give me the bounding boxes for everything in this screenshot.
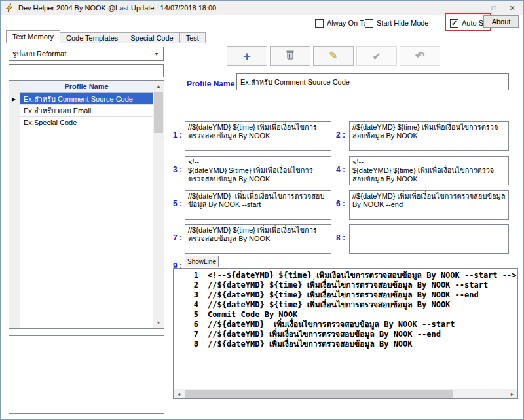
- check-icon: ✓: [451, 20, 457, 27]
- scrollbar-thumb[interactable]: [154, 92, 163, 133]
- field-label-4: 4 :: [332, 165, 345, 174]
- add-button[interactable]: +: [227, 46, 267, 66]
- code-line: 1<!--${dateYMD} ${time} เพิ่มเงื่อนไขการ…: [174, 271, 517, 280]
- code-line: 8//${dateYMD} เพิ่มเงื่อนไขการตรวจสอบข้อ…: [174, 339, 517, 349]
- memory-field-1[interactable]: //${dateYMD} ${time} เพิ่มเพื่อเงื่อนไขก…: [185, 121, 331, 151]
- scroll-down-icon[interactable]: ▼: [153, 317, 164, 328]
- code-lines: 1<!--${dateYMD} ${time} เพิ่มเงื่อนไขการ…: [174, 271, 517, 388]
- about-button[interactable]: About: [483, 15, 519, 28]
- checkbox-label: Start Hide Mode: [377, 19, 428, 27]
- memory-field-6[interactable]: //${dateYMD} เพิ่มเพื่อเงื่อนไขการตรวจสอ…: [349, 190, 509, 220]
- trash-icon: [286, 50, 295, 62]
- memory-field-4[interactable]: <!-- ${dateYMD} ${time} เพิ่มเพื่อเงื่อน…: [349, 156, 509, 185]
- window-title: Dev Helper 2004 By NOOK @Last Update : 1…: [18, 4, 216, 12]
- code-preview[interactable]: 1<!--${dateYMD} ${time} เพิ่มเงื่อนไขการ…: [173, 268, 518, 399]
- app-window: Dev Helper 2004 By NOOK @Last Update : 1…: [0, 0, 524, 420]
- delete-button[interactable]: [270, 46, 310, 66]
- memory-field-8[interactable]: [349, 224, 509, 254]
- row-selector-column: [9, 81, 20, 328]
- line-number: 7: [174, 330, 198, 339]
- showline-button[interactable]: ShowLine: [185, 256, 219, 267]
- code-line: 4//${dateYMD} ${time} เพิ่มเงื่อนไขการตร…: [174, 300, 517, 310]
- code-line: 6//${dateYMD} เพิ่มเงื่อนไขการตรวจสอบข้อ…: [174, 320, 517, 330]
- table-row[interactable]: Ex.สำหรับ ตอบ Email: [20, 105, 153, 117]
- horizontal-scrollbar[interactable]: ◄ ►: [174, 389, 517, 398]
- minimize-icon: –: [474, 4, 477, 12]
- memory-field-2[interactable]: //${dateYMD} ${time} เพิ่มเพื่อเงื่อนไขก…: [349, 121, 509, 151]
- tab-strip: Text Memory Code Templates Special Code …: [6, 30, 206, 43]
- line-number: 8: [174, 339, 198, 349]
- checkbox-start-hide-mode[interactable]: Start Hide Mode: [365, 18, 428, 28]
- undo-icon: ↶: [415, 50, 424, 62]
- tab-code-templates[interactable]: Code Templates: [60, 32, 124, 43]
- table-row[interactable]: Ex.สำหรับ Comment Source Code: [20, 93, 153, 105]
- tab-special-code[interactable]: Special Code: [124, 32, 179, 43]
- scrollbar-thumb[interactable]: [185, 390, 453, 398]
- notes-box[interactable]: [9, 335, 164, 414]
- tab-text-memory[interactable]: Text Memory: [6, 30, 60, 43]
- profile-name-input[interactable]: [236, 73, 509, 90]
- plus-icon: +: [243, 50, 250, 62]
- memory-field-3[interactable]: <!-- ${dateYMD} ${time} เพิ่มเพื่อเงื่อน…: [185, 156, 331, 185]
- line-number: 2: [174, 280, 198, 290]
- checkbox-box[interactable]: [365, 19, 373, 28]
- reformat-select-value: รูปแบบ Reformat: [12, 48, 66, 60]
- code-line: 7//${dateYMD} เพิ่มเงื่อนไขการตรวจสอบข้อ…: [174, 330, 517, 339]
- scrollbar-track[interactable]: [453, 389, 508, 398]
- line-number: 5: [174, 310, 198, 320]
- checkbox-box[interactable]: ✓: [450, 19, 458, 28]
- check-icon: ✔: [373, 51, 381, 61]
- field-label-2: 2 :: [332, 130, 345, 140]
- row-selector-icon: ▶: [12, 96, 16, 102]
- table-row[interactable]: Ex.Special Code: [20, 117, 153, 128]
- checkbox-alway-on-top[interactable]: Alway On Top: [315, 18, 371, 28]
- line-number: 4: [174, 300, 198, 310]
- memory-field-7[interactable]: //${dateYMD} ${time} เพิ่มเพื่อเงื่อนไขก…: [185, 224, 331, 254]
- edit-button[interactable]: ✎: [313, 46, 354, 66]
- field-label-3: 3 :: [169, 165, 182, 174]
- profile-table[interactable]: ▶ Profile Name Ex.สำหรับ Comment Source …: [9, 80, 164, 329]
- code-line: 3//${dateYMD} ${time} เพิ่มเงื่อนไขการตร…: [174, 290, 517, 300]
- field-label-5: 5 :: [169, 199, 182, 208]
- undo-button[interactable]: ↶: [400, 46, 440, 66]
- field-label-8: 8 :: [332, 233, 345, 242]
- code-line: 2//${dateYMD} ${time} เพิ่มเงื่อนไขการตร…: [174, 280, 517, 290]
- field-label-1: 1 :: [169, 130, 182, 140]
- profile-filter-input[interactable]: [9, 64, 164, 77]
- checkbox-box[interactable]: [315, 19, 324, 28]
- tab-test[interactable]: Test: [180, 32, 206, 43]
- close-button[interactable]: ✕: [503, 1, 521, 15]
- reformat-select[interactable]: รูปแบบ Reformat ▼: [9, 47, 164, 61]
- scroll-right-icon[interactable]: ►: [507, 389, 517, 398]
- close-icon: ✕: [509, 4, 515, 12]
- toolbar: + ✎ ✔ ↶: [227, 46, 440, 66]
- memory-field-5[interactable]: //${dateYMD} เพิ่มเพื่อเงื่อนไขการตรวจสอ…: [185, 190, 331, 220]
- app-icon: [5, 3, 14, 13]
- chevron-down-icon[interactable]: ▼: [151, 47, 162, 60]
- vertical-scrollbar[interactable]: ▲ ▼: [153, 81, 164, 328]
- line-number: 3: [174, 290, 198, 300]
- line-number: 6: [174, 320, 198, 330]
- maximize-icon: □: [492, 4, 496, 12]
- field-label-6: 6 :: [332, 199, 345, 208]
- field-label-7: 7 :: [169, 233, 182, 242]
- line-number: 1: [174, 271, 198, 280]
- scroll-up-icon[interactable]: ▲: [153, 81, 164, 92]
- profile-table-header: Profile Name: [20, 81, 153, 93]
- pencil-icon: ✎: [329, 50, 337, 61]
- scroll-left-icon[interactable]: ◄: [174, 389, 184, 398]
- profile-name-label: Profile Name :: [187, 79, 240, 88]
- confirm-button[interactable]: ✔: [356, 46, 397, 66]
- code-line: 5Commit Code By NOOK: [174, 310, 517, 320]
